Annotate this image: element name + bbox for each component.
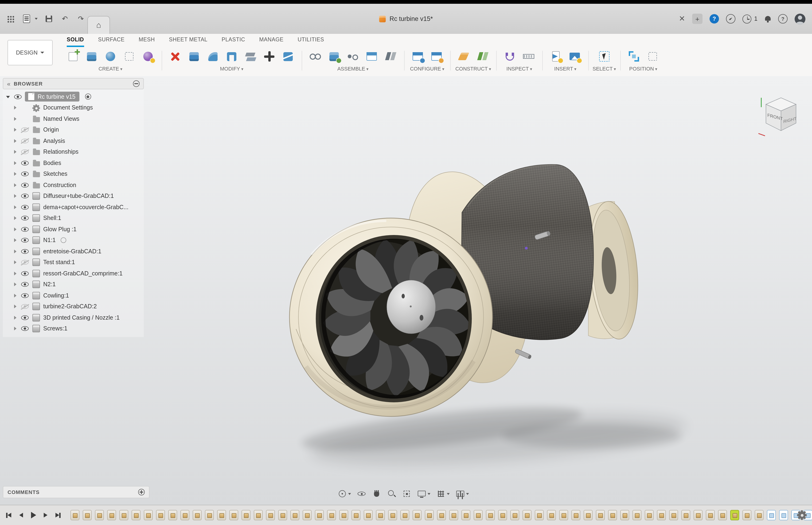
timeline-feature[interactable]	[132, 510, 140, 520]
revolve-icon[interactable]	[103, 49, 118, 64]
timeline-feature[interactable]	[266, 510, 275, 520]
expand-arrow-icon[interactable]	[13, 161, 18, 165]
comments-expand-icon[interactable]	[138, 489, 145, 495]
timeline-feature[interactable]	[596, 510, 605, 520]
timeline-feature[interactable]	[498, 510, 507, 520]
timeline-feature[interactable]	[510, 510, 519, 520]
visibility-eye-icon[interactable]	[21, 127, 29, 133]
timeline-feature[interactable]	[193, 510, 202, 520]
browser-item-sketches[interactable]: Sketches	[3, 168, 144, 180]
timeline-feature-highlighted[interactable]	[730, 510, 739, 520]
timeline-feature[interactable]	[632, 510, 641, 520]
timeline-feature[interactable]	[376, 510, 385, 520]
browser-item-test-stand-1[interactable]: Test stand:1	[3, 257, 144, 268]
go-to-end-icon[interactable]	[52, 510, 63, 520]
browser-item-origin[interactable]: Origin	[3, 124, 144, 135]
revert-position-icon[interactable]	[645, 49, 660, 64]
browser-item-bodies[interactable]: Bodies	[3, 158, 144, 168]
visibility-eye-icon[interactable]	[21, 249, 29, 254]
browser-item-ressort-grabcad-comprime-1[interactable]: ressort-GrabCAD_comprime:1	[3, 268, 144, 279]
timeline-feature[interactable]	[547, 510, 556, 520]
expand-arrow-icon[interactable]	[13, 249, 18, 254]
press-pull-icon[interactable]	[186, 49, 202, 64]
expand-arrow-icon[interactable]	[6, 94, 11, 99]
insert-svg-icon[interactable]	[548, 49, 563, 64]
move-copy-icon[interactable]	[262, 49, 277, 64]
timeline-feature[interactable]	[95, 510, 104, 520]
expand-arrow-icon[interactable]	[13, 183, 18, 188]
expand-arrow-icon[interactable]	[13, 205, 18, 210]
browser-item-screws-1[interactable]: Screws:1	[3, 323, 144, 334]
timeline-settings-gear-icon[interactable]	[798, 512, 806, 519]
expand-arrow-icon[interactable]	[13, 106, 18, 110]
zoom-button[interactable]	[387, 489, 396, 498]
timeline-feature[interactable]	[364, 510, 373, 520]
timeline-feature[interactable]	[657, 510, 666, 520]
shell-icon[interactable]	[224, 49, 239, 64]
timeline-feature[interactable]	[205, 510, 214, 520]
browser-item-analysis[interactable]: Analysis	[3, 135, 144, 146]
extrude-icon[interactable]	[84, 49, 99, 64]
joint-origin-icon[interactable]	[364, 49, 379, 64]
browser-item-dema-capot-couvercle-grabc[interactable]: dema+capot+couvercle-GrabC...	[3, 201, 144, 213]
expand-arrow-icon[interactable]	[13, 271, 18, 276]
timeline-feature[interactable]	[83, 510, 92, 520]
timeline-feature[interactable]	[303, 510, 311, 520]
visibility-eye-icon[interactable]	[21, 138, 29, 144]
pattern-icon[interactable]	[122, 49, 137, 64]
explore-icon[interactable]	[726, 14, 735, 24]
visibility-eye-icon[interactable]	[21, 227, 29, 232]
offset-plane-icon[interactable]	[456, 49, 471, 64]
fillet-icon[interactable]	[205, 49, 220, 64]
timeline-feature[interactable]	[742, 510, 751, 520]
apps-grid-icon[interactable]	[6, 14, 15, 24]
visibility-eye-icon[interactable]	[21, 160, 29, 166]
browser-item-rc-turbine-v15[interactable]: Rc turbine v15	[3, 91, 144, 102]
tab-plastic[interactable]: PLASTIC	[221, 34, 245, 47]
tab-manage[interactable]: MANAGE	[259, 34, 284, 47]
timeline-feature[interactable]	[119, 510, 128, 520]
timeline-feature[interactable]	[71, 510, 79, 520]
timeline-feature[interactable]	[156, 510, 165, 520]
timeline-feature[interactable]	[254, 510, 263, 520]
comments-bar[interactable]: COMMENTS	[3, 486, 150, 498]
timeline-feature[interactable]	[681, 510, 690, 520]
orbit-button[interactable]	[338, 489, 351, 498]
visibility-eye-icon[interactable]	[21, 182, 29, 188]
timeline-feature[interactable]	[339, 510, 348, 520]
file-menu-icon[interactable]	[21, 14, 31, 24]
timeline-feature[interactable]	[437, 510, 446, 520]
browser-header[interactable]: « BROWSER	[3, 78, 144, 89]
file-menu-caret-icon[interactable]	[35, 18, 37, 20]
tab-sheet-metal[interactable]: SHEET METAL	[169, 34, 208, 47]
browser-item-n1-1[interactable]: N1:1	[3, 235, 144, 246]
orbit-icon-caret[interactable]	[348, 493, 351, 495]
visibility-eye-icon[interactable]	[21, 149, 29, 155]
timeline-feature[interactable]	[693, 510, 703, 520]
timeline-feature[interactable]	[559, 510, 568, 520]
timeline-feature[interactable]	[315, 510, 324, 520]
viewports-icon-caret[interactable]	[466, 493, 469, 495]
group-label-create[interactable]: CREATE	[98, 66, 122, 72]
expand-arrow-icon[interactable]	[13, 139, 18, 144]
timeline-feature[interactable]	[486, 510, 495, 520]
browser-minimize-icon[interactable]	[133, 80, 140, 87]
expand-arrow-icon[interactable]	[13, 282, 18, 287]
timeline-feature[interactable]	[755, 510, 764, 520]
expand-arrow-icon[interactable]	[13, 117, 18, 121]
browser-item-construction[interactable]: Construction	[3, 180, 144, 191]
avatar[interactable]	[795, 13, 806, 24]
mirror-icon[interactable]	[383, 49, 398, 64]
timeline-feature[interactable]	[278, 510, 287, 520]
group-label-select[interactable]: SELECT	[593, 66, 616, 72]
timeline-feature[interactable]	[217, 510, 226, 520]
expand-arrow-icon[interactable]	[13, 172, 18, 177]
insert-canvas-icon[interactable]	[567, 49, 582, 64]
combine-icon[interactable]	[243, 49, 258, 64]
timeline-feature[interactable]	[327, 510, 336, 520]
expand-arrow-icon[interactable]	[13, 194, 18, 198]
group-label-assemble[interactable]: ASSEMBLE	[337, 66, 369, 72]
measure-icon[interactable]	[502, 49, 517, 64]
expand-arrow-icon[interactable]	[13, 127, 18, 132]
create-sketch-icon[interactable]	[65, 49, 80, 64]
